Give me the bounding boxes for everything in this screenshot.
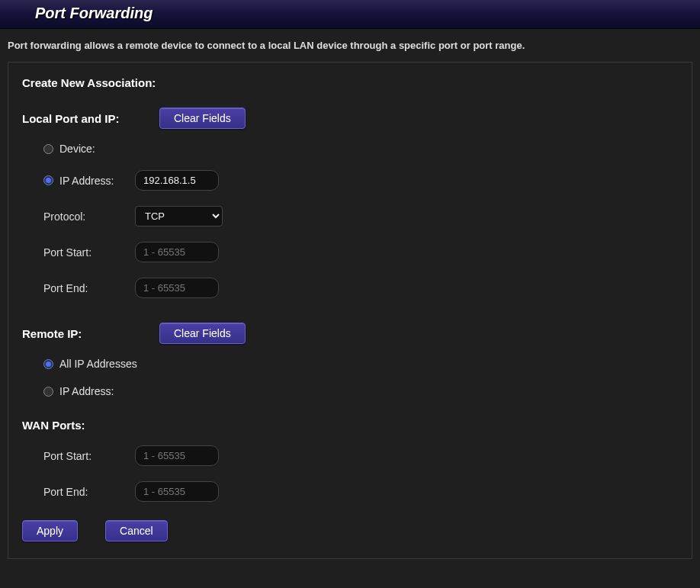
clear-local-button[interactable]: Clear Fields	[159, 108, 246, 129]
ip-address-input[interactable]	[135, 170, 219, 191]
panel-heading: Create New Association:	[22, 76, 678, 89]
local-port-start-input[interactable]	[135, 242, 219, 262]
wan-port-end-label: Port End:	[43, 486, 135, 498]
all-ip-option-label: All IP Addresses	[59, 358, 137, 370]
protocol-select[interactable]: TCP UDP Both	[135, 206, 223, 227]
local-port-end-input[interactable]	[135, 278, 219, 298]
device-option-row: Device:	[22, 143, 678, 155]
wan-section-label: WAN Ports:	[22, 419, 159, 432]
cancel-button[interactable]: Cancel	[105, 520, 168, 541]
local-section-label: Local Port and IP:	[22, 112, 159, 125]
device-radio[interactable]	[43, 144, 53, 154]
local-section-header: Local Port and IP: Clear Fields	[22, 108, 678, 129]
wan-port-end-input[interactable]	[135, 481, 219, 502]
remote-ip-radio[interactable]	[43, 387, 53, 397]
remote-section-label: Remote IP:	[22, 327, 159, 340]
device-option-label: Device:	[59, 143, 95, 155]
action-buttons-row: Apply Cancel	[22, 520, 678, 541]
wan-section-header: WAN Ports:	[22, 419, 678, 432]
local-port-end-row: Port End:	[22, 278, 678, 298]
wan-port-start-input[interactable]	[135, 445, 219, 466]
local-port-start-label: Port Start:	[43, 246, 135, 259]
association-panel: Create New Association: Local Port and I…	[8, 62, 692, 559]
wan-port-end-row: Port End:	[22, 481, 678, 502]
remote-ip-option-label: IP Address:	[59, 385, 114, 397]
all-ip-radio[interactable]	[43, 359, 53, 369]
title-bar: Port Forwarding	[0, 0, 700, 29]
remote-section-header: Remote IP: Clear Fields	[22, 323, 678, 344]
ip-option-row: IP Address:	[22, 170, 678, 191]
wan-port-start-label: Port Start:	[43, 450, 135, 462]
wan-port-start-row: Port Start:	[22, 445, 678, 466]
ip-option-label: IP Address:	[59, 175, 114, 187]
remote-ip-option-row: IP Address:	[22, 385, 678, 397]
ip-radio[interactable]	[43, 175, 53, 185]
page-description: Port forwarding allows a remote device t…	[0, 29, 700, 62]
local-port-end-label: Port End:	[43, 282, 135, 294]
page-title: Port Forwarding	[35, 5, 700, 22]
protocol-label: Protocol:	[43, 210, 135, 223]
protocol-row: Protocol: TCP UDP Both	[22, 206, 678, 227]
clear-remote-button[interactable]: Clear Fields	[159, 323, 246, 344]
apply-button[interactable]: Apply	[22, 520, 78, 541]
local-port-start-row: Port Start:	[22, 242, 678, 262]
all-ip-option-row: All IP Addresses	[22, 358, 678, 370]
